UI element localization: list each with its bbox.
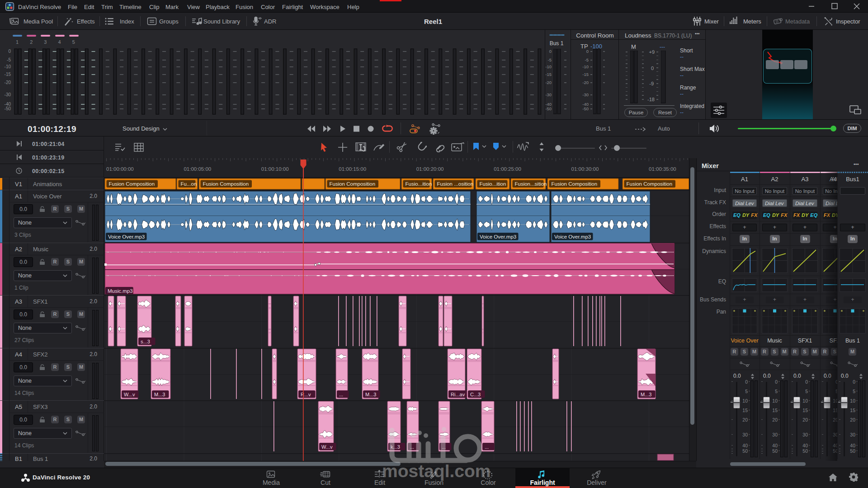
svg-text:W...v: W...v xyxy=(321,444,333,450)
svg-text:M...3: M...3 xyxy=(154,392,165,397)
svg-text:Fusion Composition: Fusion Composition xyxy=(627,181,673,187)
svg-text:...: ... xyxy=(339,392,343,397)
svg-text:Fusion...sition: Fusion...sition xyxy=(515,181,547,187)
svg-text:Ri...av: Ri...av xyxy=(451,392,465,397)
svg-text:Voice Over.mp3: Voice Over.mp3 xyxy=(554,234,591,239)
svg-text:Fusion Composition: Fusion Composition xyxy=(330,181,376,187)
svg-text:s...3: s...3 xyxy=(141,339,150,344)
svg-text:Fusion ...osition: Fusion ...osition xyxy=(437,181,474,187)
svg-text:M...3: M...3 xyxy=(365,392,376,397)
svg-text:Fusio...ition: Fusio...ition xyxy=(480,181,506,187)
svg-text:Voice Over.mp3: Voice Over.mp3 xyxy=(480,234,516,239)
svg-text:Fusion Composition: Fusion Composition xyxy=(203,181,249,187)
svg-text:Fusio...ition: Fusio...ition xyxy=(406,181,432,187)
svg-text:M...3: M...3 xyxy=(641,392,651,397)
svg-text:C...3: C...3 xyxy=(470,392,481,397)
svg-text:mostaql.com: mostaql.com xyxy=(382,461,491,481)
svg-text:Fusion Composition: Fusion Composition xyxy=(552,181,598,187)
svg-text:Fusion Composition: Fusion Composition xyxy=(109,181,155,187)
svg-text:W...v: W...v xyxy=(124,392,135,397)
svg-text:R...v: R...v xyxy=(301,392,311,397)
svg-text:Fu...on: Fu...on xyxy=(181,181,197,187)
svg-text:Music.mp3: Music.mp3 xyxy=(108,288,133,294)
svg-text:Voice Over.mp3: Voice Over.mp3 xyxy=(108,234,145,239)
